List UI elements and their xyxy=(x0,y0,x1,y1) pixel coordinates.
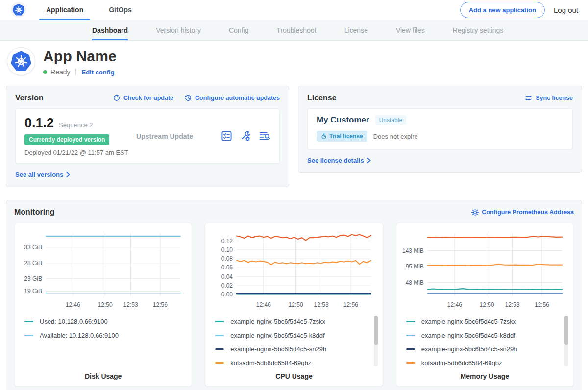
legend-scrollbar-thumb[interactable] xyxy=(564,316,568,345)
sync-license-label: Sync license xyxy=(536,95,573,101)
svg-text:12:50: 12:50 xyxy=(479,301,494,308)
gear-icon xyxy=(471,209,479,216)
svg-text:12:46: 12:46 xyxy=(447,301,462,308)
check-for-update-link[interactable]: Check for update xyxy=(113,94,173,102)
see-all-versions-link[interactable]: See all versions xyxy=(15,171,70,178)
monitoring-header: Monitoring Configure Prometheus Address xyxy=(14,208,574,217)
svg-text:12:50: 12:50 xyxy=(98,301,113,308)
currently-deployed-badge: Currently deployed version xyxy=(24,134,109,145)
svg-text:33 GiB: 33 GiB xyxy=(24,244,42,251)
license-card-header: License Sync license xyxy=(307,94,573,102)
chevron-right-icon xyxy=(66,172,70,177)
checklist-icon xyxy=(221,131,232,141)
page: Application GitOps Add a new application… xyxy=(0,0,588,390)
svg-text:12:53: 12:53 xyxy=(314,301,329,308)
see-license-details-row: See license details xyxy=(307,156,573,165)
legend-item: example-nginx-5bc6f5d4c5-sn29h xyxy=(215,342,370,356)
version-number: 0.1.2 xyxy=(24,116,54,131)
svg-text:95 MiB: 95 MiB xyxy=(405,263,423,270)
version-card: Version Check for update xyxy=(6,86,289,187)
legend-label: kotsadm-5db6dc6584-69qbz xyxy=(421,359,502,366)
cpu-usage-plot: 0.120.100.080.060.040.020.0012:4612:5012… xyxy=(210,229,376,312)
see-license-details-label: See license details xyxy=(307,157,364,164)
svg-text:0.02: 0.02 xyxy=(221,282,233,289)
configure-automatic-updates-link[interactable]: Configure automatic updates xyxy=(184,94,280,102)
tab-dashboard[interactable]: Dashboard xyxy=(92,20,128,40)
legend-label: Available: 10.128.0.66:9100 xyxy=(40,332,119,339)
svg-text:28 GiB: 28 GiB xyxy=(24,260,42,267)
charts-row: 33 GiB28 GiB23 GiB19 GiB12:4612:5012:531… xyxy=(14,223,574,387)
app-avatar xyxy=(7,47,35,75)
svg-text:0.04: 0.04 xyxy=(221,273,233,280)
release-notes-button[interactable] xyxy=(221,131,232,141)
version-card-header: Version Check for update xyxy=(15,94,280,102)
legend-scrollbar-thumb[interactable] xyxy=(374,316,378,345)
check-for-update-label: Check for update xyxy=(123,95,173,101)
cpu-usage-legend: example-nginx-5bc6f5d4c5-7zskxexample-ng… xyxy=(215,315,377,369)
wrench-gear-icon xyxy=(240,131,251,142)
svg-text:48 MiB: 48 MiB xyxy=(405,279,423,286)
legend-item: example-nginx-5bc6f5d4c5-k8ddf xyxy=(406,328,562,342)
legend-swatch-icon xyxy=(24,321,33,322)
legend-label: Used: 10.128.0.66:9100 xyxy=(40,318,108,325)
svg-text:0.10: 0.10 xyxy=(221,246,233,253)
stopwatch-icon xyxy=(321,133,327,140)
configure-prometheus-label: Configure Prometheus Address xyxy=(482,209,574,216)
legend-scrollbar[interactable] xyxy=(564,316,568,366)
legend-item: Used: 10.128.0.66:9100 xyxy=(24,315,180,328)
legend-item: Available: 10.128.0.66:9100 xyxy=(24,328,180,342)
tab-license[interactable]: License xyxy=(344,20,368,40)
legend-item: example-nginx-5bc6f5d4c5-k8ddf xyxy=(215,328,370,342)
sync-arrows-icon xyxy=(524,95,533,101)
monitoring-card: Monitoring Configure Prometheus Address xyxy=(6,200,582,390)
tab-view-files[interactable]: View files xyxy=(396,20,425,40)
legend-swatch-icon xyxy=(406,335,415,336)
svg-text:12:53: 12:53 xyxy=(123,301,138,308)
add-application-button[interactable]: Add a new application xyxy=(460,2,545,18)
kubernetes-icon xyxy=(10,50,32,72)
see-license-details-link[interactable]: See license details xyxy=(307,157,371,164)
tab-gitops[interactable]: GitOps xyxy=(106,0,135,20)
app-name-title: App Name xyxy=(43,48,117,64)
legend-label: example-nginx-5bc6f5d4c5-sn29h xyxy=(421,345,517,353)
trial-license-label: Trial license xyxy=(329,133,363,140)
see-all-versions-label: See all versions xyxy=(15,171,63,178)
logout-link[interactable]: Log out xyxy=(554,6,578,14)
cpu-usage-chart-card: 0.120.100.080.060.040.020.0012:4612:5012… xyxy=(205,223,383,387)
tab-application[interactable]: Application xyxy=(43,0,86,20)
legend-item: example-nginx-5bc6f5d4c5-sn29h xyxy=(406,342,562,356)
config-edit-button[interactable] xyxy=(240,131,251,142)
legend-scrollbar[interactable] xyxy=(374,316,378,366)
version-action-icons xyxy=(221,131,270,142)
tab-version-history[interactable]: Version history xyxy=(156,20,201,40)
sync-license-link[interactable]: Sync license xyxy=(524,95,573,101)
customer-name: My Customer xyxy=(317,115,369,125)
refresh-icon xyxy=(113,94,121,102)
tab-gitops-label: GitOps xyxy=(109,6,132,14)
app-status-text: Ready xyxy=(50,68,70,76)
view-diff-button[interactable] xyxy=(259,131,270,141)
kubernetes-logo-icon[interactable] xyxy=(11,2,26,18)
svg-text:143 MiB: 143 MiB xyxy=(402,247,424,254)
memory-usage-title: Memory Usage xyxy=(401,372,568,380)
top-tabs: Application GitOps xyxy=(43,0,135,20)
app-status-row: Ready Edit config xyxy=(43,68,117,76)
file-search-icon xyxy=(259,131,270,141)
app-header: App Name Ready Edit config xyxy=(0,41,588,83)
version-title: Version xyxy=(15,94,44,102)
tab-config[interactable]: Config xyxy=(229,20,248,40)
edit-config-link[interactable]: Edit config xyxy=(81,69,114,76)
legend-label: example-nginx-5bc6f5d4c5-k8ddf xyxy=(230,332,324,339)
legend-label: example-nginx-5bc6f5d4c5-7zskx xyxy=(230,318,325,325)
trial-license-badge: Trial license xyxy=(317,131,368,142)
tab-troubleshoot[interactable]: Troubleshoot xyxy=(276,20,316,40)
configure-prometheus-link[interactable]: Configure Prometheus Address xyxy=(471,209,574,216)
legend-label: example-nginx-5bc6f5d4c5-7zskx xyxy=(421,318,516,325)
legend-item: example-nginx-5bc6f5d4c5-7zskx xyxy=(215,315,370,328)
svg-text:12:56: 12:56 xyxy=(535,301,549,308)
version-source-label: Upstream Update xyxy=(131,132,221,140)
kubernetes-icon xyxy=(12,3,25,16)
tab-registry-settings[interactable]: Registry settings xyxy=(453,20,503,40)
current-version-row: 0.1.2 Sequence 2 Currently deployed vers… xyxy=(15,108,280,164)
legend-swatch-icon xyxy=(406,362,415,364)
